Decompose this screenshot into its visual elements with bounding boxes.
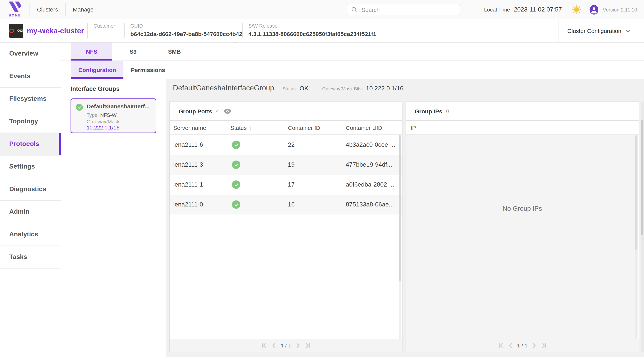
chevron-down-icon: [625, 29, 630, 32]
sidebar-item-filesystems[interactable]: Filesystems: [0, 88, 61, 110]
column-container-id[interactable]: Container ID: [288, 121, 320, 134]
group-ports-panel: Group Ports 4 Server name Status ↓ Conta…: [170, 101, 402, 352]
column-status[interactable]: Status ↓: [230, 121, 252, 134]
table-scrollbar[interactable]: [399, 135, 401, 339]
interface-groups-panel: Interface Groups DefaultGaneshaInterf...…: [61, 79, 166, 357]
container-uid-cell: 4b3a2ac0-0cee-...: [346, 135, 395, 155]
user-avatar-icon[interactable]: [590, 5, 598, 14]
interface-groups-title: Interface Groups: [70, 85, 120, 92]
cluster-configuration-dropdown[interactable]: Cluster Configuration: [567, 19, 630, 42]
divider: [124, 23, 124, 38]
group-detail-title: DefaultGaneshaInterfaceGroup: [173, 84, 274, 92]
page-scrollbar[interactable]: [640, 101, 644, 352]
status-ok-icon: [232, 135, 240, 155]
tab-configuration[interactable]: Configuration: [71, 61, 124, 79]
type-value: NFS-W: [100, 112, 116, 118]
gateway-mask-bits-value: 10.222.0.1/16: [366, 85, 404, 92]
status-ok-icon: [232, 195, 240, 215]
group-ips-empty-body: No Group IPs: [406, 135, 638, 339]
last-page-button[interactable]: [305, 343, 310, 348]
type-label: Type:: [87, 112, 99, 118]
group-detail-header: DefaultGaneshaInterfaceGroup Status: OK …: [173, 84, 404, 92]
version-label: Version 2.11.10: [603, 7, 637, 12]
interface-group-name: DefaultGaneshaInterf...: [87, 103, 154, 110]
status-ok-icon: [76, 104, 83, 111]
group-ports-column-header: Server name Status ↓ Container ID Contai…: [170, 121, 402, 135]
table-row[interactable]: lena2111-3 19 477bbe19-94df...: [170, 155, 402, 175]
sidebar-item-topology[interactable]: Topology: [0, 110, 61, 133]
cluster-name[interactable]: my-weka-cluster: [27, 19, 84, 42]
logo-home-label: HOME: [9, 14, 21, 17]
next-page-button[interactable]: [532, 343, 536, 348]
group-ips-count: 0: [446, 108, 449, 114]
sidebar-item-settings[interactable]: Settings: [0, 156, 61, 178]
previous-page-button[interactable]: [508, 343, 512, 348]
sidebar-item-diagnostics[interactable]: Diagnostics: [0, 178, 61, 201]
status-label: Status:: [282, 86, 297, 91]
sidebar-item-events[interactable]: Events: [0, 65, 61, 88]
interface-group-type: Type: NFS-W: [87, 112, 116, 118]
weka-home-logo[interactable]: HOME: [6, 1, 24, 17]
container-id-cell: 19: [288, 155, 295, 175]
gateway-mask-value[interactable]: 10.222.0.1/16: [87, 124, 120, 131]
column-ip[interactable]: IP: [410, 121, 416, 134]
server-name-cell: lena2111-6: [173, 135, 203, 155]
app-viewport: HOME Clusters Manage Local Time 2023-11-…: [0, 0, 644, 357]
group-ips-pagination: 1 / 1: [406, 339, 639, 352]
sw-release-value: 4.3.1.11338-8066600c625950f3faf05ca234f5…: [248, 31, 376, 37]
first-page-button[interactable]: [262, 343, 267, 348]
table-row[interactable]: lena2111-0 16 875133a8-06ae...: [170, 195, 402, 215]
sw-release-label: S/W Release: [248, 23, 376, 29]
divider: [16, 29, 16, 33]
search-input[interactable]: [361, 6, 454, 13]
weka-gui: HOME Clusters Manage Local Time 2023-11-…: [0, 0, 644, 357]
status-ok-icon: [232, 155, 240, 175]
no-group-ips-text: No Group IPs: [406, 205, 638, 213]
next-page-button[interactable]: [296, 343, 300, 348]
sidebar-item-protocols[interactable]: Protocols: [0, 133, 61, 156]
theme-sun-icon[interactable]: [572, 5, 581, 14]
table-scrollbar[interactable]: [635, 135, 638, 339]
sidebar-nav: Overview Events Filesystems Topology Pro…: [0, 42, 61, 357]
last-page-button[interactable]: [541, 343, 547, 348]
status-ok-icon: [232, 175, 240, 195]
container-uid-cell: a0f6edba-2802-...: [346, 175, 394, 195]
column-container-uid[interactable]: Container UID: [346, 121, 382, 134]
sidebar-item-overview[interactable]: Overview: [0, 42, 61, 65]
search-box[interactable]: [347, 4, 460, 15]
sidebar-item-tasks[interactable]: Tasks: [0, 246, 61, 269]
group-ports-title: Group Ports: [179, 108, 212, 114]
weka-logo-icon: [8, 1, 22, 14]
server-name-cell: lena2111-1: [173, 175, 203, 195]
group-ports-pagination: 1 / 1: [170, 339, 402, 352]
table-row[interactable]: lena2111-1 17 a0f6edba-2802-...: [170, 175, 402, 195]
column-status-label: Status: [230, 124, 247, 131]
divider: [242, 23, 243, 38]
sidebar-item-analytics[interactable]: Analytics: [0, 223, 61, 246]
tab-permissions[interactable]: Permissions: [124, 61, 172, 79]
gateway-mask-bits-label: Gateway/Mask Bits:: [322, 86, 363, 91]
sidebar-item-admin[interactable]: Admin: [0, 201, 61, 223]
oci-cloud-badge: OCI: [9, 24, 24, 38]
previous-page-button[interactable]: [272, 343, 276, 348]
sort-descending-icon: ↓: [249, 124, 252, 131]
tab-s3[interactable]: S3: [112, 42, 154, 60]
interface-group-card[interactable]: DefaultGaneshaInterf... Type: NFS-W Gate…: [70, 98, 156, 133]
first-page-button[interactable]: [498, 343, 503, 348]
container-id-cell: 17: [288, 175, 295, 195]
nav-clusters[interactable]: Clusters: [30, 6, 65, 13]
cluster-header-bar: OCI my-weka-cluster Customer GUID b64c12…: [0, 19, 644, 42]
nav-manage[interactable]: Manage: [66, 6, 101, 13]
eye-icon[interactable]: [224, 108, 232, 114]
server-name-cell: lena2111-0: [173, 195, 203, 215]
container-id-cell: 22: [288, 135, 295, 155]
container-id-cell: 16: [288, 195, 295, 215]
container-uid-cell: 875133a8-06ae...: [346, 195, 394, 215]
page-indicator: 1 / 1: [281, 343, 291, 349]
tab-smb[interactable]: SMB: [154, 42, 195, 60]
tab-nfs[interactable]: NFS: [71, 42, 112, 60]
oci-badge-label: OCI: [18, 29, 24, 32]
group-ips-panel: Group IPs 0 IP No Group IPs 1 / 1: [406, 101, 639, 352]
table-row[interactable]: lena2111-6 22 4b3a2ac0-0cee-...: [170, 135, 402, 155]
column-server-name[interactable]: Server name: [173, 121, 206, 134]
